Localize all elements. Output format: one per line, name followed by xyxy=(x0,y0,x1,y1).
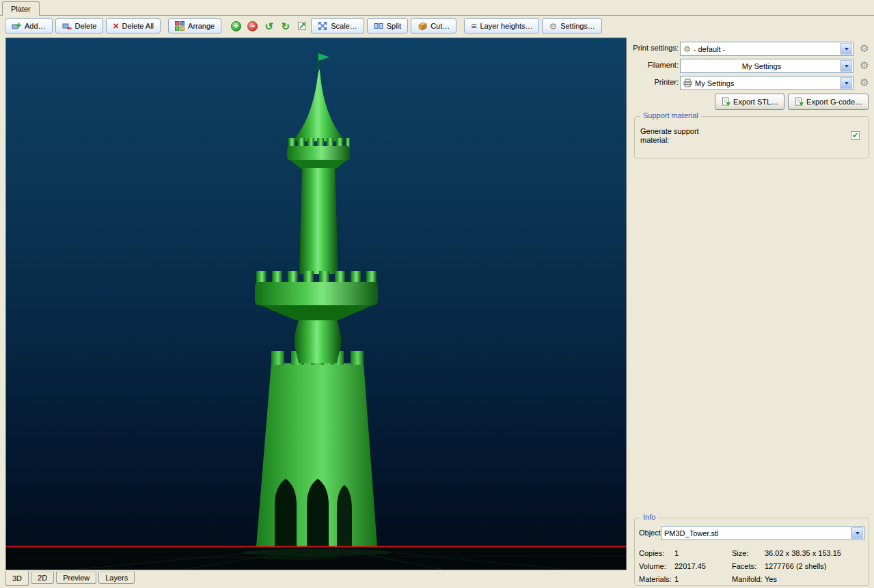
size-value: 36.02 x 38.35 x 153.15 xyxy=(765,549,866,557)
toolbar: Add… Delete × Delete All Arrange + − xyxy=(5,18,605,34)
gear-icon: ⚙ xyxy=(860,59,869,72)
view-tab-3d[interactable]: 3D xyxy=(5,571,29,586)
delete-button-label: Delete xyxy=(75,22,97,30)
printer-label: Printer: xyxy=(655,78,679,86)
preset-gear-icon: ⚙ xyxy=(683,44,691,54)
arrange-icon xyxy=(175,21,185,31)
dropdown-arrow-icon[interactable] xyxy=(841,43,852,55)
export-gcode-icon xyxy=(794,97,804,107)
print-settings-value: - default - xyxy=(694,45,725,53)
add-button[interactable]: Add… xyxy=(5,18,53,33)
filament-gear-button[interactable]: ⚙ xyxy=(858,59,871,72)
volume-label: Volume: xyxy=(639,562,674,570)
split-icon xyxy=(374,21,383,31)
gear-icon: ⚙ xyxy=(860,76,869,89)
layer-heights-button[interactable]: ≡ Layer heights… xyxy=(464,18,539,33)
tab-plater[interactable]: Plater xyxy=(2,1,40,16)
copies-label: Copies: xyxy=(639,549,674,557)
facets-label: Facets: xyxy=(732,562,765,570)
rotate-ccw-icon: ↺ xyxy=(264,21,273,31)
export-stl-icon xyxy=(721,97,730,107)
info-row: Materials: 1 Manifold: Yes xyxy=(639,572,866,585)
size-label: Size: xyxy=(732,549,765,557)
generate-support-checkbox[interactable]: ✔ xyxy=(851,131,860,140)
cut-icon xyxy=(418,21,427,31)
print-settings-gear-button[interactable]: ⚙ xyxy=(858,42,871,55)
object-select[interactable]: PM3D_Tower.stl xyxy=(661,526,864,540)
split-button[interactable]: Split xyxy=(367,18,408,33)
delete-button[interactable]: Delete xyxy=(55,18,104,33)
print-settings-select[interactable]: ⚙ - default - xyxy=(680,42,853,56)
dropdown-arrow-icon[interactable] xyxy=(841,77,852,89)
printer-icon xyxy=(683,79,692,87)
add-icon xyxy=(12,21,21,31)
decrease-copies-button[interactable]: − xyxy=(245,19,260,33)
info-grid: Copies: 1 Size: 36.02 x 38.35 x 153.15 V… xyxy=(639,546,866,585)
settings-button[interactable]: ⚙ Settings… xyxy=(542,18,601,33)
cut-button-label: Cut… xyxy=(431,22,450,30)
export-gcode-label: Export G-code… xyxy=(806,98,862,106)
right-panel: Print settings: ⚙ - default - ⚙ Filament… xyxy=(632,38,874,588)
gear-icon: ⚙ xyxy=(860,42,869,55)
filament-select[interactable]: My Settings xyxy=(680,59,853,73)
info-row: Volume: 22017.45 Facets: 1277766 (2 shel… xyxy=(639,559,866,572)
arrange-button-label: Arrange xyxy=(188,22,215,30)
object-label: Object: xyxy=(639,529,663,537)
generate-support-label: Generate support material: xyxy=(640,127,717,145)
info-row: Copies: 1 Size: 36.02 x 38.35 x 153.15 xyxy=(639,546,866,559)
plus-circle-icon: + xyxy=(231,21,241,31)
check-icon: ✔ xyxy=(852,132,858,139)
copies-value: 1 xyxy=(674,549,732,557)
add-button-label: Add… xyxy=(25,22,46,30)
scale-icon xyxy=(318,21,327,31)
scale-button-label: Scale… xyxy=(331,22,357,30)
printer-gear-button[interactable]: ⚙ xyxy=(858,76,871,89)
cut-button[interactable]: Cut… xyxy=(411,18,456,33)
export-gcode-button[interactable]: Export G-code… xyxy=(788,94,869,110)
printer-value: My Settings xyxy=(695,79,734,87)
export-stl-label: Export STL… xyxy=(733,98,778,106)
change-scale-button[interactable] xyxy=(295,19,309,33)
printer-select[interactable]: My Settings xyxy=(680,76,853,90)
rotate-ccw-button[interactable]: ↺ xyxy=(262,19,276,33)
filament-value: My Settings xyxy=(742,62,781,70)
arrange-button[interactable]: Arrange xyxy=(168,18,221,33)
object-value: PM3D_Tower.stl xyxy=(664,529,718,537)
delete-all-icon: × xyxy=(113,21,118,31)
materials-label: Materials: xyxy=(639,575,674,583)
layer-heights-icon: ≡ xyxy=(471,21,476,31)
rotate-cw-button[interactable]: ↻ xyxy=(278,19,292,33)
split-button-label: Split xyxy=(387,22,401,30)
rotate-cw-icon: ↻ xyxy=(281,21,290,31)
filament-label: Filament: xyxy=(648,61,679,69)
view-tab-bar: 3D 2D Preview Layers xyxy=(5,572,137,586)
print-settings-label: Print settings: xyxy=(633,44,679,52)
layer-heights-button-label: Layer heights… xyxy=(480,22,532,30)
increase-copies-button[interactable]: + xyxy=(229,19,243,33)
scale-handle-icon xyxy=(297,21,307,31)
delete-all-button[interactable]: × Delete All xyxy=(106,18,161,33)
minus-circle-icon: − xyxy=(247,21,258,31)
export-row: Export STL… Export G-code… xyxy=(632,94,869,110)
view-tab-layers[interactable]: Layers xyxy=(98,572,135,584)
tower-model-render xyxy=(6,38,626,570)
dropdown-arrow-icon[interactable] xyxy=(841,60,852,72)
viewport-3d[interactable] xyxy=(5,38,627,570)
scale-button[interactable]: Scale… xyxy=(311,18,364,33)
settings-button-label: Settings… xyxy=(560,22,595,30)
info-title: Info xyxy=(640,513,658,521)
support-material-group: Support material Generate support materi… xyxy=(634,116,869,158)
info-group: Info Object: PM3D_Tower.stl Copies: 1 Si… xyxy=(634,518,869,586)
support-material-title: Support material xyxy=(640,111,701,120)
manifold-value: Yes xyxy=(765,575,866,583)
gear-icon: ⚙ xyxy=(549,22,557,31)
facets-value: 1277766 (2 shells) xyxy=(765,562,866,570)
materials-value: 1 xyxy=(674,575,732,583)
view-tab-preview[interactable]: Preview xyxy=(56,572,96,584)
delete-all-button-label: Delete All xyxy=(122,22,154,30)
manifold-label: Manifold: xyxy=(732,575,765,583)
export-stl-button[interactable]: Export STL… xyxy=(715,94,784,110)
tab-bar-divider xyxy=(0,15,874,16)
view-tab-2d[interactable]: 2D xyxy=(31,572,54,584)
dropdown-arrow-icon[interactable] xyxy=(851,527,863,539)
